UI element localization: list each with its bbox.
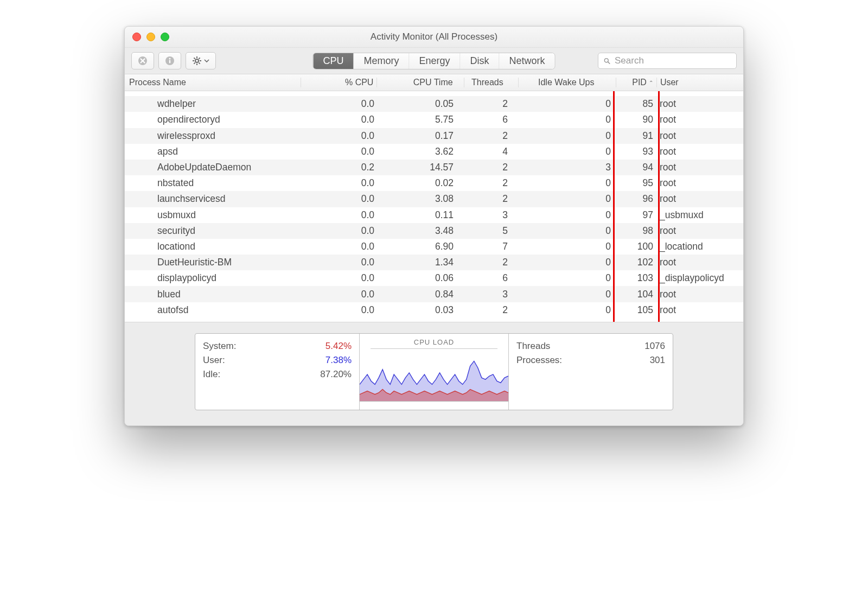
cell-pid: 97 [616, 209, 656, 221]
table-row[interactable]: usbmuxd0.00.113097_usbmuxd [125, 207, 743, 223]
cell-cpu-time: 0.07 [378, 91, 464, 94]
tab-memory[interactable]: Memory [354, 53, 409, 69]
cell-process-name: locationd [125, 241, 302, 252]
cell-pct-cpu: 0.0 [302, 225, 378, 237]
user-value: 7.38% [326, 355, 352, 366]
threads-label: Threads [516, 341, 550, 352]
cell-pid: 100 [616, 241, 656, 252]
cell-process-name: usbmuxd [125, 209, 302, 221]
cell-pid: 95 [616, 177, 656, 189]
table-row[interactable]: apsd0.03.624093root [125, 144, 743, 160]
cell-process-name: launchservicesd [125, 193, 302, 205]
col-header-pid[interactable]: PID⌃ [616, 78, 656, 87]
svg-line-14 [194, 63, 195, 64]
cell-idle-wakeups: 0 [519, 257, 616, 268]
table-row[interactable]: securityd0.03.485098root [125, 223, 743, 239]
titlebar: Activity Monitor (All Processes) [125, 27, 743, 48]
processes-value: 301 [650, 355, 665, 366]
cell-pid: 103 [616, 272, 656, 284]
cell-cpu-time: 5.75 [378, 114, 464, 125]
table-row[interactable]: launchservicesd0.03.082096root [125, 191, 743, 207]
table-row[interactable]: locationd0.06.9070100_locationd [125, 239, 743, 255]
cell-cpu-time: 14.57 [378, 162, 464, 173]
cell-threads: 6 [464, 114, 519, 125]
cell-pid: 85 [616, 98, 656, 110]
cell-user: root [656, 304, 743, 316]
idle-label: Idle: [203, 369, 220, 380]
cell-process-name: blued [125, 289, 302, 300]
cell-pid: 105 [616, 304, 656, 316]
cell-pct-cpu: 0.0 [302, 114, 378, 125]
search-field[interactable] [598, 53, 737, 69]
cell-pct-cpu: 0.0 [302, 272, 378, 284]
table-row[interactable]: displaypolicyd0.00.0660103_displaypolicy… [125, 270, 743, 286]
stop-process-button[interactable] [131, 52, 154, 69]
col-header-user[interactable]: User [657, 78, 743, 87]
cell-user: root [656, 91, 743, 94]
cell-user: _usbmuxd [656, 209, 743, 221]
table-row[interactable]: nbstated0.00.022095root [125, 175, 743, 191]
table-row[interactable]: wdhelper0.00.052085root [125, 96, 743, 112]
tab-energy[interactable]: Energy [409, 53, 460, 69]
svg-point-4 [169, 58, 171, 60]
cell-user: root [656, 225, 743, 237]
table-row[interactable]: wirelessproxd0.00.172091root [125, 128, 743, 144]
col-header-process-name[interactable]: Process Name [125, 78, 301, 87]
table-row[interactable]: opendirectoryd0.05.756090root [125, 112, 743, 128]
cell-cpu-time: 0.17 [378, 130, 464, 142]
tab-network[interactable]: Network [500, 53, 555, 69]
cell-user: root [656, 177, 743, 189]
cell-cpu-time: 1.34 [378, 257, 464, 268]
threads-value: 1076 [644, 341, 665, 352]
cell-idle-wakeups: 0 [519, 177, 616, 189]
cell-pct-cpu: 0.0 [302, 98, 378, 110]
table-row[interactable]: AdobeUpdateDaemon0.214.572394root [125, 160, 743, 175]
system-label: System: [203, 341, 236, 352]
col-header-idle-wakeups[interactable]: Idle Wake Ups [519, 78, 616, 87]
cell-process-name: wirelessproxd [125, 130, 302, 142]
gear-icon [192, 56, 202, 66]
counts-pane: Threads1076 Processes:301 [509, 334, 673, 410]
cell-pid: 93 [616, 146, 656, 157]
col-header-pct-cpu[interactable]: % CPU [301, 78, 376, 87]
table-row[interactable]: AGSService0.00.073084root [125, 91, 743, 96]
tab-disk[interactable]: Disk [461, 53, 500, 69]
cpu-load-chart [360, 351, 508, 402]
cell-user: root [656, 98, 743, 110]
options-menu-button[interactable] [186, 52, 216, 69]
cell-pct-cpu: 0.0 [302, 177, 378, 189]
cell-idle-wakeups: 0 [519, 289, 616, 300]
cell-process-name: AGSService [125, 91, 302, 94]
inspect-process-button[interactable] [158, 52, 181, 69]
svg-line-12 [199, 63, 200, 64]
svg-line-16 [608, 62, 610, 63]
table-row[interactable]: DuetHeuristic-BM0.01.3420102root [125, 255, 743, 270]
cell-pid: 102 [616, 257, 656, 268]
cpu-load-chart-pane: CPU LOAD [360, 334, 509, 410]
cell-threads: 6 [464, 272, 519, 284]
cell-idle-wakeups: 0 [519, 98, 616, 110]
tab-cpu[interactable]: CPU [313, 53, 354, 69]
cell-cpu-time: 0.05 [378, 98, 464, 110]
cell-threads: 3 [464, 289, 519, 300]
cell-pid: 94 [616, 162, 656, 173]
cell-threads: 4 [464, 146, 519, 157]
chevron-down-icon [204, 58, 209, 63]
svg-rect-5 [169, 60, 170, 63]
cell-pid: 104 [616, 289, 656, 300]
table-row[interactable]: autofsd0.00.0320105root [125, 302, 743, 318]
col-header-threads[interactable]: Threads [464, 78, 519, 87]
sort-ascending-icon: ⌃ [649, 80, 653, 86]
idle-value: 87.20% [320, 369, 352, 380]
table-body[interactable]: AGSService0.00.073084rootwdhelper0.00.05… [125, 91, 743, 318]
cell-threads: 2 [464, 304, 519, 316]
cell-idle-wakeups: 0 [519, 241, 616, 252]
search-input[interactable] [614, 55, 731, 67]
cell-pct-cpu: 0.0 [302, 257, 378, 268]
cell-idle-wakeups: 0 [519, 193, 616, 205]
col-header-cpu-time[interactable]: CPU Time [377, 78, 463, 87]
user-label: User: [203, 355, 225, 366]
table-row[interactable]: blued0.00.8430104root [125, 286, 743, 302]
cell-threads: 2 [464, 130, 519, 142]
cell-pid: 91 [616, 130, 656, 142]
